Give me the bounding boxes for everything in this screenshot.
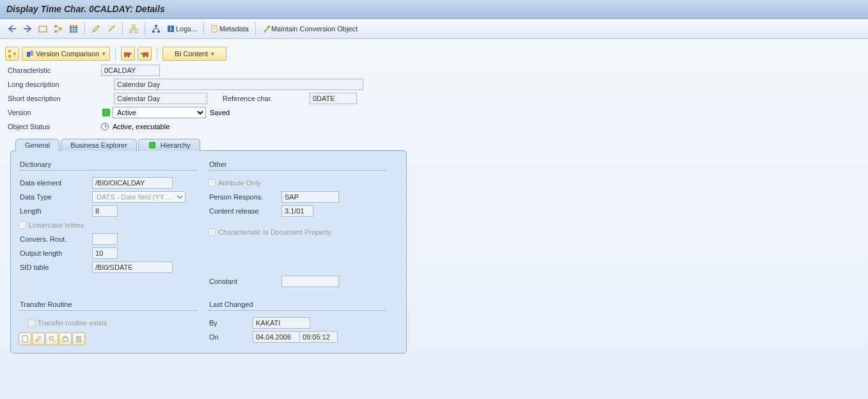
group-last-changed-title: Last Changed (208, 299, 387, 311)
forward-button[interactable] (20, 22, 35, 36)
tab-bex-label: Business Explorer (70, 141, 127, 149)
output-length-label: Output length (19, 249, 92, 257)
logs-button[interactable]: i Logs... (164, 22, 200, 36)
where-used-icon[interactable] (127, 22, 141, 36)
tab-strip: General Business Explorer Hierarchy (5, 139, 863, 151)
long-desc-label: Long description (5, 81, 114, 88)
version-label: Version (5, 109, 101, 116)
group-other: Other Attribute Only Person Respons. Con… (208, 159, 387, 288)
output-length-field (92, 247, 118, 259)
maintain-conversion-button[interactable]: Maintain Conversion Object (260, 22, 360, 36)
tab-hierarchy[interactable]: Hierarchy (138, 139, 200, 151)
tab-general-body: Dictionary Data element Data Type DATS -… (10, 150, 407, 354)
group-transfer-routine-title: Transfer Routine (19, 299, 198, 311)
bi-content-label: BI Content (175, 50, 208, 58)
metadata-label: Metadata (219, 25, 249, 33)
ref-char-field (310, 93, 357, 104)
toolbar-separator (203, 22, 204, 35)
header-form: Characteristic Long description Short de… (0, 63, 868, 354)
svg-rect-23 (8, 50, 11, 52)
svg-line-36 (53, 340, 55, 342)
group-dictionary: Dictionary Data element Data Type DATS -… (19, 159, 198, 288)
metadata-button[interactable]: Metadata (208, 22, 251, 36)
group-dictionary-title: Dictionary (19, 159, 198, 171)
back-button[interactable] (5, 22, 19, 36)
attr-only-checkbox (208, 179, 216, 187)
grid-icon[interactable] (67, 22, 81, 36)
edit-icon[interactable] (89, 22, 103, 36)
toolbar-separator (255, 22, 256, 35)
tab-business-explorer[interactable]: Business Explorer (61, 139, 137, 151)
last-changed-by-field (253, 317, 310, 329)
svg-rect-2 (54, 30, 57, 33)
delete-routine-button[interactable] (72, 332, 85, 345)
transport-out-button[interactable] (138, 47, 152, 61)
window-title: Display Time Char. 0CALDAY: Details (6, 4, 165, 14)
last-changed-time-field (299, 331, 338, 343)
maintain-conversion-label: Maintain Conversion Object (271, 25, 358, 33)
create-routine-button[interactable] (19, 332, 31, 345)
transfer-routine-toolbar (19, 332, 198, 345)
svg-point-29 (125, 56, 127, 58)
doc-property-label: Characteristic Is Document Property (218, 228, 331, 236)
svg-rect-28 (124, 52, 130, 56)
toolbar-separator (157, 47, 157, 60)
characteristic-field (101, 65, 160, 76)
svg-rect-5 (70, 25, 77, 27)
version-select[interactable]: Active (113, 107, 206, 118)
tree-nav-button[interactable] (5, 47, 19, 61)
svg-rect-14 (155, 25, 157, 27)
svg-rect-0 (39, 26, 47, 32)
transport-in-button[interactable] (121, 47, 135, 61)
application-toolbar: Version Comparison BI Content (0, 44, 868, 63)
bi-content-button[interactable]: BI Content (162, 47, 226, 61)
short-desc-label: Short description (5, 95, 114, 102)
sid-table-field (92, 262, 173, 273)
window-icon[interactable] (36, 22, 50, 36)
magic-wand-icon[interactable] (104, 22, 118, 36)
characteristic-label: Characteristic (5, 66, 101, 74)
constant-field (281, 276, 339, 287)
data-type-label: Data Type (19, 193, 92, 201)
data-element-field (92, 177, 173, 189)
sid-table-label: SID table (19, 263, 92, 271)
svg-point-33 (146, 56, 148, 58)
svg-rect-31 (143, 52, 148, 56)
svg-point-10 (113, 26, 115, 27)
toolbar-separator (122, 22, 123, 35)
version-comparison-button[interactable]: Version Comparison (22, 47, 110, 61)
tab-general-label: General (25, 141, 50, 149)
data-type-select: DATS - Date field (YY… (92, 191, 185, 203)
svg-rect-38 (77, 337, 81, 342)
svg-rect-3 (59, 27, 62, 30)
lowercase-label: Lowercase letters (29, 221, 84, 229)
svg-rect-34 (22, 336, 28, 342)
lowercase-checkbox (19, 221, 26, 229)
short-desc-field (114, 93, 207, 104)
window-titlebar: Display Time Char. 0CALDAY: Details (0, 0, 868, 19)
content-release-label: Content release (208, 207, 281, 215)
org-icon[interactable] (149, 22, 163, 36)
long-desc-field (114, 79, 363, 90)
data-element-label: Data element (19, 179, 92, 187)
svg-point-22 (267, 26, 270, 28)
hierarchy-tree-icon[interactable] (51, 22, 65, 36)
transfer-routine-exists-checkbox (28, 319, 35, 327)
person-respons-field (281, 191, 339, 203)
svg-rect-24 (8, 55, 11, 58)
display-routine-button[interactable] (45, 332, 58, 345)
svg-rect-26 (27, 52, 30, 57)
length-label: Length (19, 207, 92, 215)
doc-property-checkbox (208, 228, 216, 236)
logs-label: Logs... (176, 25, 197, 33)
last-changed-on-label: On (208, 333, 253, 341)
group-last-changed: Last Changed By On (208, 299, 387, 345)
standard-toolbar: i Logs... Metadata Maintain Conversion O… (0, 19, 868, 39)
edit-routine-button[interactable] (32, 332, 45, 345)
conv-rout-label: Convers. Rout. (19, 235, 92, 243)
svg-point-35 (49, 336, 53, 340)
check-routine-button[interactable] (59, 332, 72, 345)
constant-label: Constant (208, 278, 281, 285)
object-status-label: Object Status (5, 123, 101, 130)
tab-general[interactable]: General (15, 139, 59, 152)
